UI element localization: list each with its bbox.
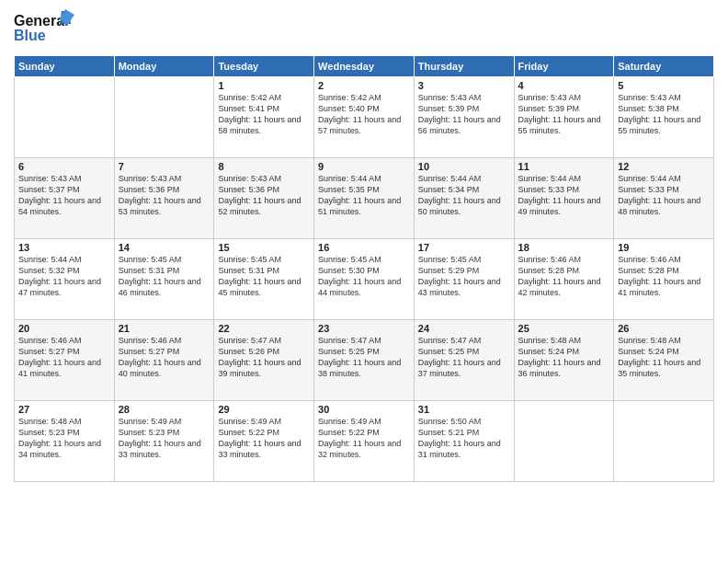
cell-info: Sunrise: 5:46 AM Sunset: 5:27 PM Dayligh… xyxy=(119,335,210,380)
day-number: 24 xyxy=(418,323,510,334)
cell-info: Sunrise: 5:46 AM Sunset: 5:28 PM Dayligh… xyxy=(518,254,610,299)
day-number: 15 xyxy=(218,242,310,253)
calendar-week-4: 20Sunrise: 5:46 AM Sunset: 5:27 PM Dayli… xyxy=(15,320,714,401)
calendar-cell: 17Sunrise: 5:45 AM Sunset: 5:29 PM Dayli… xyxy=(414,239,514,320)
day-number: 22 xyxy=(218,323,310,334)
day-number: 2 xyxy=(318,80,410,91)
calendar-week-1: 1Sunrise: 5:42 AM Sunset: 5:41 PM Daylig… xyxy=(15,77,714,158)
calendar-cell: 26Sunrise: 5:48 AM Sunset: 5:24 PM Dayli… xyxy=(614,320,714,401)
calendar-header-tuesday: Tuesday xyxy=(214,56,314,77)
day-number: 6 xyxy=(18,161,110,172)
calendar-cell: 9Sunrise: 5:44 AM Sunset: 5:35 PM Daylig… xyxy=(314,158,415,239)
calendar-cell: 5Sunrise: 5:43 AM Sunset: 5:38 PM Daylig… xyxy=(614,77,714,158)
cell-info: Sunrise: 5:43 AM Sunset: 5:37 PM Dayligh… xyxy=(18,173,110,218)
calendar-cell: 16Sunrise: 5:45 AM Sunset: 5:30 PM Dayli… xyxy=(314,239,415,320)
calendar-header-thursday: Thursday xyxy=(414,56,514,77)
day-number: 16 xyxy=(318,242,410,253)
calendar-header-friday: Friday xyxy=(514,56,614,77)
calendar-cell: 13Sunrise: 5:44 AM Sunset: 5:32 PM Dayli… xyxy=(15,239,115,320)
calendar-cell: 8Sunrise: 5:43 AM Sunset: 5:36 PM Daylig… xyxy=(214,158,314,239)
cell-info: Sunrise: 5:44 AM Sunset: 5:32 PM Dayligh… xyxy=(18,254,110,299)
calendar-cell: 2Sunrise: 5:42 AM Sunset: 5:40 PM Daylig… xyxy=(314,77,415,158)
calendar-cell: 29Sunrise: 5:49 AM Sunset: 5:22 PM Dayli… xyxy=(214,401,314,482)
calendar-cell xyxy=(614,401,714,482)
cell-info: Sunrise: 5:44 AM Sunset: 5:33 PM Dayligh… xyxy=(618,173,710,218)
logo: General Blue xyxy=(14,9,78,48)
day-number: 25 xyxy=(518,323,610,334)
cell-info: Sunrise: 5:44 AM Sunset: 5:34 PM Dayligh… xyxy=(418,173,510,218)
day-number: 23 xyxy=(318,323,410,334)
day-number: 3 xyxy=(418,80,510,91)
svg-text:Blue: Blue xyxy=(14,28,46,43)
cell-info: Sunrise: 5:45 AM Sunset: 5:29 PM Dayligh… xyxy=(418,254,510,299)
cell-info: Sunrise: 5:50 AM Sunset: 5:21 PM Dayligh… xyxy=(418,416,510,461)
day-number: 17 xyxy=(418,242,510,253)
day-number: 18 xyxy=(518,242,610,253)
cell-info: Sunrise: 5:43 AM Sunset: 5:38 PM Dayligh… xyxy=(618,92,710,137)
calendar-cell: 14Sunrise: 5:45 AM Sunset: 5:31 PM Dayli… xyxy=(114,239,214,320)
cell-info: Sunrise: 5:49 AM Sunset: 5:23 PM Dayligh… xyxy=(119,416,210,461)
cell-info: Sunrise: 5:43 AM Sunset: 5:36 PM Dayligh… xyxy=(218,173,310,218)
day-number: 19 xyxy=(618,242,710,253)
calendar-cell xyxy=(114,77,214,158)
calendar-cell: 22Sunrise: 5:47 AM Sunset: 5:26 PM Dayli… xyxy=(214,320,314,401)
day-number: 4 xyxy=(518,80,610,91)
calendar-cell: 18Sunrise: 5:46 AM Sunset: 5:28 PM Dayli… xyxy=(514,239,614,320)
calendar-cell: 20Sunrise: 5:46 AM Sunset: 5:27 PM Dayli… xyxy=(15,320,115,401)
header: General Blue xyxy=(14,9,714,48)
calendar-cell: 7Sunrise: 5:43 AM Sunset: 5:36 PM Daylig… xyxy=(114,158,214,239)
cell-info: Sunrise: 5:49 AM Sunset: 5:22 PM Dayligh… xyxy=(318,416,410,461)
cell-info: Sunrise: 5:45 AM Sunset: 5:30 PM Dayligh… xyxy=(318,254,410,299)
cell-info: Sunrise: 5:48 AM Sunset: 5:23 PM Dayligh… xyxy=(18,416,110,461)
day-number: 30 xyxy=(318,404,410,415)
cell-info: Sunrise: 5:48 AM Sunset: 5:24 PM Dayligh… xyxy=(618,335,710,380)
day-number: 28 xyxy=(119,404,210,415)
day-number: 21 xyxy=(119,323,210,334)
day-number: 1 xyxy=(218,80,310,91)
calendar-cell: 4Sunrise: 5:43 AM Sunset: 5:39 PM Daylig… xyxy=(514,77,614,158)
calendar-header-sunday: Sunday xyxy=(15,56,115,77)
logo-svg: General Blue xyxy=(14,9,78,48)
calendar-cell: 19Sunrise: 5:46 AM Sunset: 5:28 PM Dayli… xyxy=(614,239,714,320)
day-number: 11 xyxy=(518,161,610,172)
day-number: 13 xyxy=(18,242,110,253)
day-number: 27 xyxy=(18,404,110,415)
cell-info: Sunrise: 5:43 AM Sunset: 5:36 PM Dayligh… xyxy=(119,173,210,218)
calendar-cell: 27Sunrise: 5:48 AM Sunset: 5:23 PM Dayli… xyxy=(15,401,115,482)
day-number: 14 xyxy=(119,242,210,253)
day-number: 31 xyxy=(418,404,510,415)
calendar-week-5: 27Sunrise: 5:48 AM Sunset: 5:23 PM Dayli… xyxy=(15,401,714,482)
day-number: 9 xyxy=(318,161,410,172)
calendar-cell: 12Sunrise: 5:44 AM Sunset: 5:33 PM Dayli… xyxy=(614,158,714,239)
calendar-cell: 3Sunrise: 5:43 AM Sunset: 5:39 PM Daylig… xyxy=(414,77,514,158)
page: General Blue SundayMondayTuesdayWednesda… xyxy=(0,0,728,563)
cell-info: Sunrise: 5:46 AM Sunset: 5:28 PM Dayligh… xyxy=(618,254,710,299)
calendar-cell: 11Sunrise: 5:44 AM Sunset: 5:33 PM Dayli… xyxy=(514,158,614,239)
calendar-cell: 30Sunrise: 5:49 AM Sunset: 5:22 PM Dayli… xyxy=(314,401,415,482)
cell-info: Sunrise: 5:43 AM Sunset: 5:39 PM Dayligh… xyxy=(518,92,610,137)
day-number: 5 xyxy=(618,80,710,91)
calendar-cell: 28Sunrise: 5:49 AM Sunset: 5:23 PM Dayli… xyxy=(114,401,214,482)
calendar-cell: 15Sunrise: 5:45 AM Sunset: 5:31 PM Dayli… xyxy=(214,239,314,320)
cell-info: Sunrise: 5:42 AM Sunset: 5:40 PM Dayligh… xyxy=(318,92,410,137)
cell-info: Sunrise: 5:47 AM Sunset: 5:25 PM Dayligh… xyxy=(418,335,510,380)
day-number: 20 xyxy=(18,323,110,334)
calendar-cell: 25Sunrise: 5:48 AM Sunset: 5:24 PM Dayli… xyxy=(514,320,614,401)
calendar-week-2: 6Sunrise: 5:43 AM Sunset: 5:37 PM Daylig… xyxy=(15,158,714,239)
cell-info: Sunrise: 5:43 AM Sunset: 5:39 PM Dayligh… xyxy=(418,92,510,137)
cell-info: Sunrise: 5:48 AM Sunset: 5:24 PM Dayligh… xyxy=(518,335,610,380)
day-number: 12 xyxy=(618,161,710,172)
day-number: 8 xyxy=(218,161,310,172)
cell-info: Sunrise: 5:49 AM Sunset: 5:22 PM Dayligh… xyxy=(218,416,310,461)
cell-info: Sunrise: 5:44 AM Sunset: 5:35 PM Dayligh… xyxy=(318,173,410,218)
calendar-cell: 23Sunrise: 5:47 AM Sunset: 5:25 PM Dayli… xyxy=(314,320,415,401)
calendar-cell xyxy=(514,401,614,482)
calendar-cell: 24Sunrise: 5:47 AM Sunset: 5:25 PM Dayli… xyxy=(414,320,514,401)
calendar-cell: 10Sunrise: 5:44 AM Sunset: 5:34 PM Dayli… xyxy=(414,158,514,239)
calendar-header-wednesday: Wednesday xyxy=(314,56,415,77)
cell-info: Sunrise: 5:45 AM Sunset: 5:31 PM Dayligh… xyxy=(119,254,210,299)
day-number: 7 xyxy=(119,161,210,172)
cell-info: Sunrise: 5:44 AM Sunset: 5:33 PM Dayligh… xyxy=(518,173,610,218)
calendar-header-row: SundayMondayTuesdayWednesdayThursdayFrid… xyxy=(15,56,714,77)
calendar-header-saturday: Saturday xyxy=(614,56,714,77)
